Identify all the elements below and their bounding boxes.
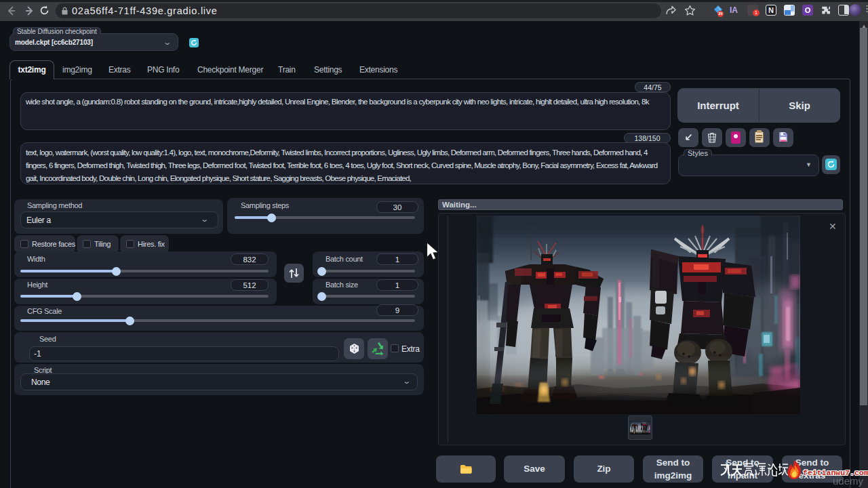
svg-text:20: 20 [718, 12, 722, 16]
